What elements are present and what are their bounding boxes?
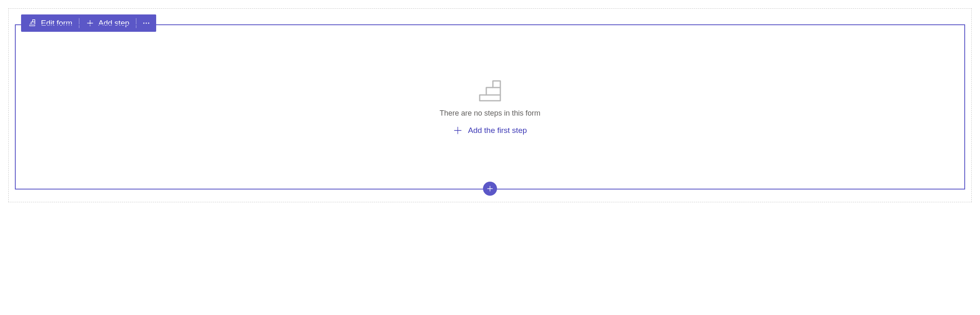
svg-point-4 [148, 23, 149, 24]
svg-point-3 [146, 23, 147, 24]
plus-icon [453, 126, 462, 135]
empty-state-message: There are no steps in this form [440, 109, 540, 118]
empty-state: There are no steps in this form Add the … [440, 79, 540, 135]
steps-icon [476, 79, 504, 103]
svg-point-2 [143, 23, 145, 24]
form-canvas-inner: There are no steps in this form Add the … [15, 24, 965, 189]
plus-icon [486, 185, 494, 192]
add-first-step-label: Add the first step [468, 126, 527, 135]
form-canvas-outer: Edit form Add step [8, 8, 972, 202]
add-first-step-button[interactable]: Add the first step [453, 126, 527, 135]
add-section-fab[interactable] [483, 182, 497, 196]
